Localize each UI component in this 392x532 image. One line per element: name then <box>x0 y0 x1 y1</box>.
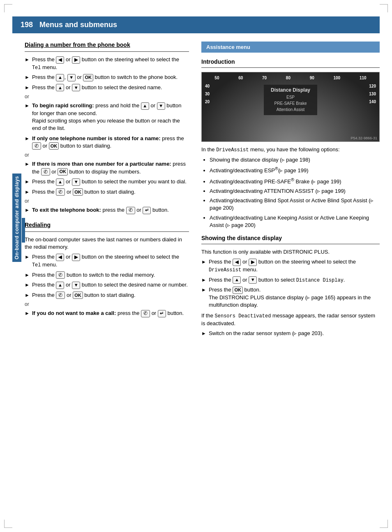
list-item: ► Press the OK button.The DISTRONIC PLUS… <box>201 286 380 309</box>
exit-phone-list: ► To exit the telephone book: press the … <box>25 206 189 214</box>
list-item: ► Press the ◀ or ▶ button on the steerin… <box>201 258 380 273</box>
overlay-panel: Distance Display ESP PRE-SAFE Brake Atte… <box>264 85 317 115</box>
dialing-section: Dialing a number from the phone book ► P… <box>25 42 189 214</box>
intro-section: Introduction 50 60 70 80 90 100 110 120 … <box>201 58 380 229</box>
divider-3 <box>201 67 380 68</box>
arrow-icon: ► <box>25 102 30 109</box>
list-item: ► Press the ✆ button to switch to the re… <box>25 271 189 279</box>
sidebar-label: On-board computer and displays <box>12 173 21 262</box>
btn-back: ↵ <box>143 207 151 214</box>
option-item: Activating/deactivating PRE-SAFE® Brake … <box>210 177 380 186</box>
corner-mark-tl <box>4 4 12 12</box>
chapter-title: Menus and submenus <box>39 21 117 29</box>
or-3: or <box>25 198 189 204</box>
btn-end: ✆ <box>126 207 135 214</box>
assistance-menu-label: Assistance menu <box>201 42 380 53</box>
sensors-msg: If the Sensors Deactivated message appea… <box>201 312 380 327</box>
switch-on-list: ► Switch on the radar sensor system (▹ p… <box>201 330 380 337</box>
btn-call3: ✆ <box>56 188 65 196</box>
btn-call2: ✆ <box>41 168 50 176</box>
arrow-icon: ► <box>201 330 206 337</box>
btn-down: ▼ <box>67 74 76 81</box>
btn-back2: ↵ <box>158 310 166 317</box>
list-item: ► Press the ◀ or ▶ button on the steerin… <box>25 56 189 71</box>
arrow-icon: ► <box>25 84 30 91</box>
option-item: Activating/deactivating ATTENTION ASSIST… <box>210 187 380 195</box>
arrow-icon: ► <box>25 56 30 63</box>
page-number: 198 <box>21 21 33 29</box>
arrow-icon: ► <box>25 310 30 317</box>
btn-down4: ▼ <box>72 178 80 186</box>
options-list: Showing the distance display (▹ page 198… <box>210 156 380 229</box>
list-item: ► Press the ✆ or OK button to start dial… <box>25 188 189 196</box>
btn-ok4: OK <box>73 188 83 196</box>
list-item: ► Press the ▲, ▼ or OK button to switch … <box>25 74 189 81</box>
sidebar-accent-block <box>22 218 25 243</box>
arrow-icon: ► <box>25 282 30 289</box>
option-item: Showing the distance display (▹ page 198… <box>210 156 380 164</box>
overlay-attention: Attention Assist <box>269 106 312 113</box>
list-item: ► Press the ▲ or ▼ button to select the … <box>25 281 189 289</box>
more-numbers-list: ► If there is more than one number for a… <box>25 160 189 196</box>
arrow-icon: ► <box>25 135 30 142</box>
content-wrap: Dialing a number from the phone book ► P… <box>25 42 380 340</box>
btn-right3: ▶ <box>249 259 257 266</box>
btn-up6: ▲ <box>233 276 241 284</box>
distance-section: Showing the distance display This functi… <box>201 235 380 337</box>
redialing-heading: Redialing <box>25 222 189 228</box>
overlay-presafe: PRE-SAFE Brake <box>269 100 312 106</box>
rapid-scroll-list: ► To begin rapid scrolling: press and ho… <box>25 102 189 150</box>
btn-call: ✆ <box>32 142 41 150</box>
option-item: Activating/deactivating ESP®(▹ page 199) <box>210 166 380 175</box>
or-2: or <box>25 152 189 158</box>
btn-right2: ▶ <box>72 254 80 261</box>
arrow-icon: ► <box>25 74 30 81</box>
redialing-list: ► Press the ◀ or ▶ button on the steerin… <box>25 253 189 299</box>
arrow-icon: ► <box>25 254 30 261</box>
intro-image: 50 60 70 80 90 100 110 120 130 140 40 30… <box>201 72 380 142</box>
btn-left2: ◀ <box>56 254 64 261</box>
or-4: or <box>25 301 189 307</box>
dialing-heading: Dialing a number from the phone book <box>25 42 189 48</box>
list-item: ► To begin rapid scrolling: press and ho… <box>25 102 189 132</box>
divider-4 <box>201 244 380 244</box>
intro-body: In the DriveAssist menu, you have the fo… <box>201 146 380 154</box>
or-1: or <box>25 94 189 99</box>
list-item: ► Switch on the radar sensor system (▹ p… <box>201 330 380 337</box>
overlay-esp: ESP <box>269 94 312 100</box>
btn-left3: ◀ <box>233 259 241 266</box>
corner-mark-bl <box>4 520 12 528</box>
list-item: ► Press the ▲ or ▼ button to select the … <box>25 84 189 92</box>
corner-mark-tr <box>380 4 388 12</box>
list-item: ► Press the ◀ or ▶ button on the steerin… <box>25 253 189 268</box>
arrow-icon: ► <box>201 287 206 294</box>
btn-call4: ✆ <box>56 271 65 279</box>
btn-ok3: OK <box>58 168 68 176</box>
arrow-icon: ► <box>25 292 30 299</box>
list-item: ► If only one telephone number is stored… <box>25 135 189 150</box>
btn-up5: ▲ <box>56 282 64 289</box>
arrow-icon: ► <box>25 178 30 185</box>
arrow-icon: ► <box>25 207 30 214</box>
header-bar: 198 Menus and submenus <box>12 16 380 33</box>
gauge-numbers-right: 120 130 140 <box>369 84 376 104</box>
dialing-list: ► Press the ◀ or ▶ button on the steerin… <box>25 56 189 91</box>
option-item: Activating/deactivating Blind Spot Assis… <box>210 197 380 212</box>
btn-ok: OK <box>83 74 93 81</box>
btn-up3: ▲ <box>141 102 149 110</box>
divider-1 <box>25 51 189 52</box>
corner-mark-br <box>380 520 388 528</box>
btn-up: ▲ <box>56 74 64 81</box>
arrow-icon: ► <box>201 277 206 284</box>
gauge-numbers-left: 40 30 20 <box>205 84 210 104</box>
btn-down3: ▼ <box>157 102 165 110</box>
distance-heading: Showing the distance display <box>201 235 380 241</box>
btn-down6: ▼ <box>249 276 257 284</box>
list-item: ► Press the ✆ or OK button to start dial… <box>25 291 189 299</box>
btn-up4: ▲ <box>56 178 64 186</box>
no-call-list: ► If you do not want to make a call: pre… <box>25 310 189 317</box>
divider-2 <box>25 231 189 232</box>
gauge-numbers-top: 50 60 70 80 90 100 110 <box>202 76 379 80</box>
list-item: ► Press the ▲ or ▼ button to select the … <box>25 178 189 186</box>
btn-end2: ✆ <box>141 310 150 317</box>
